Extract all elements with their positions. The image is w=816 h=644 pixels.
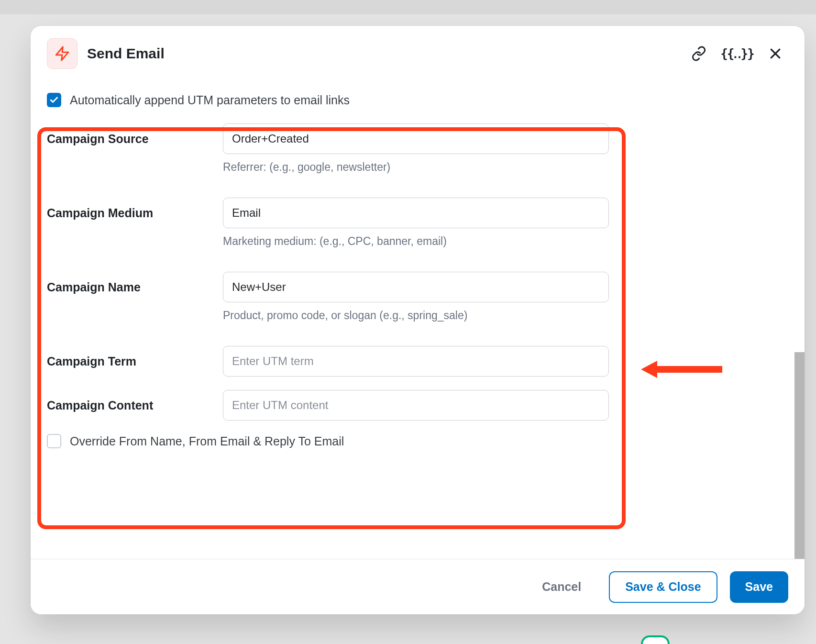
campaign-source-input[interactable] — [223, 123, 609, 154]
campaign-medium-label: Campaign Medium — [47, 198, 223, 220]
campaign-medium-hint: Marketing medium: (e.g., CPC, banner, em… — [223, 235, 609, 248]
campaign-medium-row: Campaign Medium Marketing medium: (e.g.,… — [47, 198, 609, 248]
utm-auto-append-label: Automatically append UTM parameters to e… — [70, 93, 350, 107]
header-actions: {{‥}} — [691, 45, 783, 62]
campaign-name-input[interactable] — [223, 272, 609, 302]
override-from-row: Override From Name, From Email & Reply T… — [47, 434, 609, 448]
campaign-term-label: Campaign Term — [47, 346, 223, 368]
campaign-medium-input[interactable] — [223, 198, 609, 228]
utm-auto-append-checkbox[interactable] — [47, 93, 61, 107]
link-icon[interactable] — [691, 45, 707, 62]
campaign-name-row: Campaign Name Product, promo code, or sl… — [47, 272, 609, 322]
save-button[interactable]: Save — [730, 571, 788, 603]
svg-marker-0 — [56, 47, 68, 60]
campaign-content-label: Campaign Content — [47, 390, 223, 412]
action-lightning-icon — [47, 38, 77, 69]
utm-form: Campaign Source Referrer: (e.g., google,… — [47, 123, 609, 448]
save-close-button[interactable]: Save & Close — [609, 571, 717, 603]
annotation-arrow-icon — [641, 359, 722, 380]
cancel-button[interactable]: Cancel — [527, 571, 596, 603]
modal-footer: Cancel Save & Close Save — [31, 559, 805, 614]
close-icon[interactable] — [767, 45, 783, 62]
modal-header: Send Email {{‥}} — [31, 26, 805, 74]
svg-marker-4 — [641, 361, 657, 378]
send-email-modal: Send Email {{‥}} — [31, 26, 805, 614]
override-from-label: Override From Name, From Email & Reply T… — [70, 434, 344, 448]
scrollbar[interactable] — [794, 352, 805, 559]
campaign-content-row: Campaign Content — [47, 390, 609, 421]
campaign-term-row: Campaign Term — [47, 346, 609, 377]
campaign-source-row: Campaign Source Referrer: (e.g., google,… — [47, 123, 609, 174]
campaign-source-label: Campaign Source — [47, 123, 223, 146]
modal-title: Send Email — [87, 45, 681, 62]
background-node-stub — [641, 635, 670, 644]
campaign-content-input[interactable] — [223, 390, 609, 421]
campaign-source-hint: Referrer: (e.g., google, newsletter) — [223, 161, 609, 174]
campaign-name-label: Campaign Name — [47, 272, 223, 294]
braces-icon[interactable]: {{‥}} — [729, 45, 745, 62]
campaign-term-input[interactable] — [223, 346, 609, 377]
override-from-checkbox[interactable] — [47, 434, 61, 448]
campaign-name-hint: Product, promo code, or slogan (e.g., sp… — [223, 309, 609, 322]
page-backdrop — [0, 0, 816, 14]
utm-auto-append-row: Automatically append UTM parameters to e… — [47, 93, 788, 107]
modal-body: Automatically append UTM parameters to e… — [31, 74, 805, 559]
